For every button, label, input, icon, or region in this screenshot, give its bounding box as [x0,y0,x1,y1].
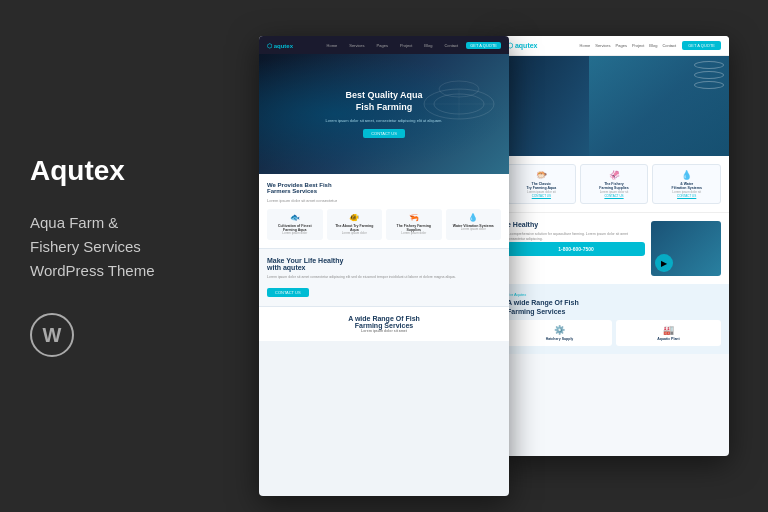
sc2-phone-number: 1-800-600-7500 [507,242,645,256]
sc-service-text-2: Lorem ipsum dolor [331,232,379,236]
sc2-play-icon: ▶ [655,254,673,272]
sc2-healthy-section: e Healthy A comprehensive solution for a… [499,213,729,284]
sc2-range-label: For Aqutex [507,292,721,297]
sc-nav-home: Home [323,42,342,49]
fish-farm-circles-icon [419,64,499,144]
sc2-range-section: For Aqutex A wide Range Of FishFarming S… [499,284,729,354]
sc2-circle-3 [694,81,724,89]
sc2-nav-contact: Contact [662,43,676,48]
sc-service-card-2: 🐠 The About Try Farming Aqua Lorem ipsum… [327,209,383,240]
screenshot-left: ⬡ aqutex Home Services Pages Project Blo… [259,36,509,496]
sc2-nav-services: Services [595,43,610,48]
sc-range-subtitle: Lorem ipsum dolor sit amet [267,329,501,333]
sc-hero-button: CONTACT US [363,129,405,138]
sc2-range-cards: ⚙️ Hatchery Supply 🏭 Aquatic Plant [507,320,721,346]
fishery-icon: 🦐 [390,213,438,222]
sc-hero-title: Best Quality AquaFish Farming [345,90,422,113]
sc2-feat-link-2: CONTACT US [585,194,644,198]
sc2-feat-title-2: The FisheryFarming Supplies [585,182,644,190]
sc-navbar: ⬡ aqutex Home Services Pages Project Blo… [259,36,509,54]
sc2-feat-card-3: 💧 & WaterFiltration Systems Lorem ipsum … [652,164,721,204]
sc-nav-blog: Blog [420,42,436,49]
sc-nav-links: Home Services Pages Project Blog Contact… [323,42,501,49]
sc2-range-name-2: Aquatic Plant [620,337,717,341]
brand-title: Aqutex [30,155,190,187]
sc2-feat-title-3: & WaterFiltration Systems [657,182,716,190]
sc-services-section: We Provides Best FishFarmers Services Lo… [259,174,509,248]
sc-healthy-section: Make Your Life Healthywith aqutex Lorem … [259,248,509,306]
aquatic-plant-icon: 🏭 [620,325,717,335]
sc2-range-card-1: ⚙️ Hatchery Supply [507,320,612,346]
sc-service-text-1: Lorem ipsum dolor [271,232,319,236]
sc2-healthy-text-col: e Healthy A comprehensive solution for a… [507,221,645,276]
sc-service-card-3: 🦐 The Fishery Farming Supplies Lorem ips… [386,209,442,240]
left-info-panel: Aqutex Aqua Farm &Fishery ServicesWordPr… [0,0,220,512]
sc2-cta-button: GET A QUOTE [682,41,721,50]
sc-service-cards: 🐟 Cultivation of Finest Farming Aqua Lor… [267,209,501,240]
fishery-supply-icon: 🦑 [585,170,644,180]
sc2-nav-home: Home [580,43,591,48]
sc2-feat-link-3: CONTACT US [657,194,716,198]
sc2-nav-pages: Pages [616,43,627,48]
sc-nav-cta: GET A QUOTE [466,42,501,49]
sc-hero-subtitle: Lorem ipsum dolor sit amet, consectetur … [306,118,463,123]
sc2-logo: ⬡ aqutex [507,42,538,50]
sc-service-text-4: Lorem ipsum dolor [450,228,498,232]
filtration-icon: 💧 [657,170,716,180]
sc2-navbar: ⬡ aqutex Home Services Pages Project Blo… [499,36,729,56]
sc2-hero [499,56,729,156]
sc2-circle-1 [694,61,724,69]
sc2-range-title: A wide Range Of FishFarming Services [507,299,721,316]
sc2-range-card-2: 🏭 Aquatic Plant [616,320,721,346]
sc-nav-project: Project [396,42,416,49]
sc2-nav-links: Home Services Pages Project Blog Contact [580,43,677,48]
sc-healthy-text: Lorem ipsum dolor sit amet consectetur a… [267,275,501,280]
cultivation-icon: 🐟 [271,213,319,222]
sc-healthy-button: CONTACT US [267,288,309,297]
sc2-feat-card-1: 🐡 The ClassicTry Farming Aqua Lorem ipsu… [507,164,576,204]
sc2-feature-cards: 🐡 The ClassicTry Farming Aqua Lorem ipsu… [499,156,729,213]
sc-service-card-4: 💧 Water Vibration Systems Lorem ipsum do… [446,209,502,240]
sc2-circle-2 [694,71,724,79]
sc2-feat-link-1: CONTACT US [512,194,571,198]
sc2-nav-project: Project [632,43,644,48]
sc2-feat-title-1: The ClassicTry Farming Aqua [512,182,571,190]
sc-logo: ⬡ aqutex [267,42,293,49]
sc-service-text-3: Lorem ipsum dolor [390,232,438,236]
sc-hero: Best Quality AquaFish Farming Lorem ipsu… [259,54,509,174]
sc-nav-pages: Pages [373,42,392,49]
sc-services-title: We Provides Best FishFarmers Services [267,182,501,194]
sc2-nav-blog: Blog [649,43,657,48]
sc-nav-services: Services [345,42,368,49]
screenshot-right: ⬡ aqutex Home Services Pages Project Blo… [499,36,729,456]
hatchery-icon: ⚙️ [511,325,608,335]
water-icon: 💧 [450,213,498,222]
sc2-range-name-1: Hatchery Supply [511,337,608,341]
sc-healthy-title: Make Your Life Healthywith aqutex [267,257,501,271]
preview-area: ⬡ aqutex Home Services Pages Project Blo… [220,0,768,512]
sc-range-section: A wide Range Of FishFarming Services Lor… [259,306,509,341]
sc2-healthy-image: ▶ [651,221,721,276]
sc2-healthy-body: A comprehensive solution for aquaculture… [507,232,645,242]
sc2-fish-circles [694,61,724,89]
brand-description: Aqua Farm &Fishery ServicesWordPress The… [30,211,190,283]
try-farming-icon: 🐠 [331,213,379,222]
wordpress-icon: W [30,313,74,357]
classic-farming-icon: 🐡 [512,170,571,180]
sc-nav-contact: Contact [440,42,462,49]
sc2-healthy-title: e Healthy [507,221,645,228]
sc-services-subtitle: Lorem ipsum dolor sit amet consectetur [267,198,501,203]
sc-service-card-1: 🐟 Cultivation of Finest Farming Aqua Lor… [267,209,323,240]
sc2-feat-card-2: 🦑 The FisheryFarming Supplies Lorem ipsu… [580,164,649,204]
